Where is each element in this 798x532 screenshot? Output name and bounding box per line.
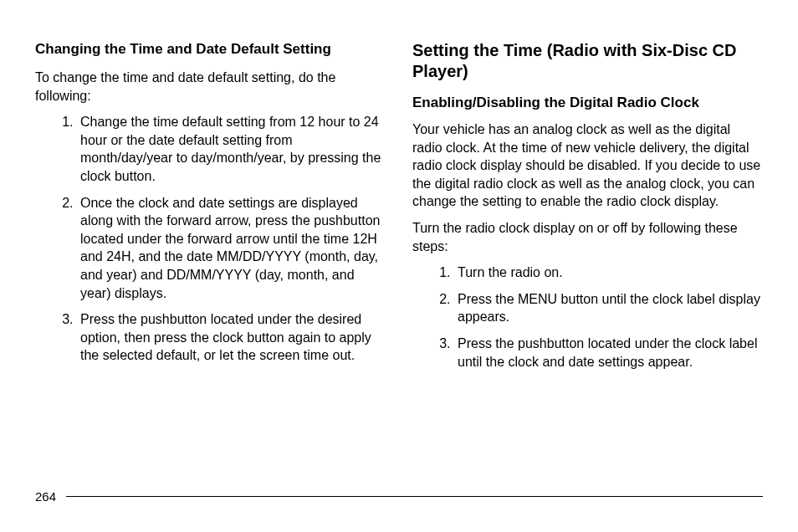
list-item: Press the pushbutton located under the c… [454,335,763,371]
page-footer: 264 [35,489,763,504]
page-number: 264 [35,489,56,504]
content-columns: Changing the Time and Date Default Setti… [35,40,763,379]
list-item: Press the MENU button until the clock la… [454,290,763,326]
left-heading: Changing the Time and Date Default Setti… [35,40,386,59]
right-steps-list: Turn the radio on. Press the MENU button… [412,263,763,371]
right-heading: Setting the Time (Radio with Six-Disc CD… [412,40,763,82]
right-sub-heading: Enabling/Disabling the Digital Radio Clo… [412,94,763,112]
left-intro: To change the time and date default sett… [35,69,386,105]
list-item: Press the pushbutton located under the d… [77,310,386,365]
list-item: Turn the radio on. [454,263,763,282]
right-para1: Your vehicle has an analog clock as well… [412,120,763,211]
footer-rule [66,496,763,498]
list-item: Once the clock and date settings are dis… [77,194,386,303]
right-para2: Turn the radio clock display on or off b… [412,219,763,255]
list-item: Change the time default setting from 12 … [77,113,386,185]
left-column: Changing the Time and Date Default Setti… [35,40,386,379]
right-column: Setting the Time (Radio with Six-Disc CD… [412,40,763,379]
left-steps-list: Change the time default setting from 12 … [35,113,386,365]
